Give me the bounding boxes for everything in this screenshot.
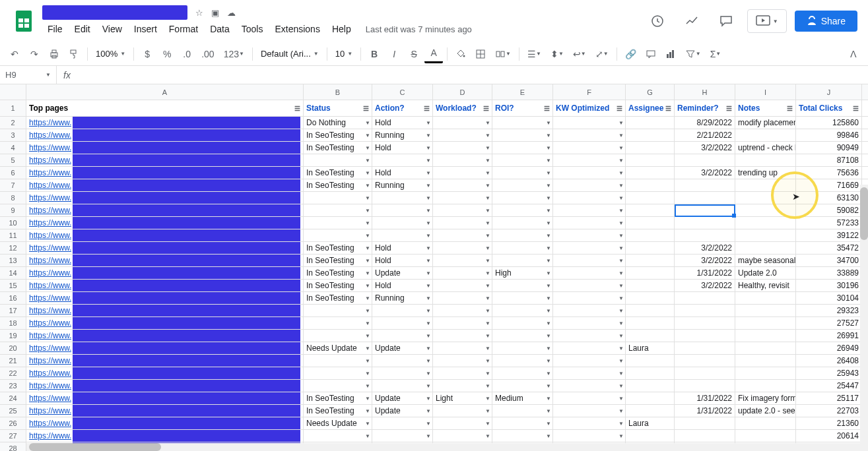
cell[interactable]: ▼ (492, 142, 553, 154)
cell[interactable]: ▼ (492, 167, 553, 179)
cell[interactable] (735, 217, 796, 229)
data-validation-arrow-icon[interactable]: ▼ (546, 383, 551, 389)
data-validation-arrow-icon[interactable]: ▼ (618, 195, 624, 201)
cell[interactable]: https://www. (26, 154, 304, 166)
select-all-corner[interactable] (0, 84, 26, 100)
data-validation-arrow-icon[interactable]: ▼ (618, 433, 624, 439)
cell[interactable]: Needs Update▼ (304, 342, 372, 354)
cell[interactable]: ▼ (433, 430, 492, 442)
cell[interactable]: 35472 (796, 242, 862, 254)
italic-button[interactable]: I (385, 45, 403, 63)
filter-icon[interactable]: ☰ (483, 105, 489, 112)
data-validation-arrow-icon[interactable]: ▼ (546, 133, 551, 138)
cell[interactable]: Hold▼ (372, 142, 433, 154)
cell[interactable]: 3/2/2022 (675, 255, 735, 266)
cell[interactable]: Laura (626, 342, 675, 354)
text-color-button[interactable]: A (424, 45, 443, 63)
data-validation-arrow-icon[interactable]: ▼ (365, 396, 370, 402)
data-validation-arrow-icon[interactable]: ▼ (618, 358, 624, 364)
undo-button[interactable]: ↶ (5, 45, 24, 63)
data-validation-arrow-icon[interactable]: ▼ (618, 408, 624, 414)
data-validation-arrow-icon[interactable]: ▼ (546, 233, 551, 239)
cell[interactable] (626, 142, 675, 154)
cell[interactable]: ▼ (304, 330, 372, 342)
cell[interactable]: 34700 (796, 255, 862, 266)
insert-comment-button[interactable] (642, 45, 660, 63)
data-validation-arrow-icon[interactable]: ▼ (485, 346, 490, 351)
cell[interactable]: In SeoTesting▼ (304, 267, 372, 279)
data-validation-arrow-icon[interactable]: ▼ (546, 270, 551, 276)
cell[interactable]: 22703 (796, 405, 862, 417)
data-validation-arrow-icon[interactable]: ▼ (618, 258, 624, 264)
header-reminder[interactable]: Reminder?☰ (675, 100, 735, 116)
cell[interactable] (675, 154, 735, 166)
cell[interactable]: ▼ (492, 129, 553, 141)
cell[interactable]: https://www. (26, 317, 304, 329)
cell[interactable]: Hold▼ (372, 255, 433, 266)
col-header-F[interactable]: F (553, 84, 626, 100)
cell[interactable]: https://www. (26, 117, 304, 129)
cell[interactable]: ▼ (492, 154, 553, 166)
cell[interactable]: ▼ (433, 204, 492, 216)
cell[interactable]: ▼ (372, 154, 433, 166)
document-title-redacted[interactable] (42, 5, 187, 20)
data-validation-arrow-icon[interactable]: ▼ (618, 396, 624, 402)
cell[interactable]: ▼ (492, 255, 553, 266)
print-button[interactable] (45, 45, 63, 63)
cell[interactable] (675, 355, 735, 367)
data-validation-arrow-icon[interactable]: ▼ (365, 433, 370, 439)
cell[interactable]: Healthy, revisit (735, 280, 796, 291)
data-validation-arrow-icon[interactable]: ▼ (365, 371, 370, 376)
menu-tools[interactable]: Tools (236, 21, 269, 37)
fill-color-button[interactable] (451, 45, 470, 63)
data-validation-arrow-icon[interactable]: ▼ (546, 145, 551, 151)
data-validation-arrow-icon[interactable]: ▼ (365, 195, 370, 201)
data-validation-arrow-icon[interactable]: ▼ (485, 183, 490, 189)
cell[interactable]: ▼ (372, 217, 433, 229)
data-validation-arrow-icon[interactable]: ▼ (426, 346, 431, 351)
cell[interactable]: ▼ (553, 392, 626, 404)
cell[interactable]: https://www. (26, 355, 304, 367)
cell[interactable] (675, 292, 735, 304)
filter-icon[interactable]: ☰ (726, 105, 732, 112)
row-header[interactable]: 7 (0, 179, 26, 192)
cell[interactable]: ▼ (433, 154, 492, 166)
cell[interactable]: 20614 (796, 430, 862, 442)
cell[interactable]: Running▼ (372, 129, 433, 141)
menu-insert[interactable]: Insert (129, 21, 162, 37)
decrease-decimal-button[interactable]: .0 (178, 45, 196, 63)
cell[interactable]: ▼ (433, 367, 492, 379)
cell[interactable]: ▼ (372, 317, 433, 329)
cell[interactable] (675, 179, 735, 191)
formula-input[interactable] (77, 66, 868, 84)
data-validation-arrow-icon[interactable]: ▼ (546, 308, 551, 314)
cell[interactable]: ▼ (492, 405, 553, 417)
cell[interactable]: ▼ (553, 405, 626, 417)
cell[interactable]: ▼ (433, 267, 492, 279)
collapse-toolbar-button[interactable]: ᐱ (844, 45, 863, 63)
cell[interactable]: In SeoTesting▼ (304, 167, 372, 179)
cell[interactable]: https://www. (26, 267, 304, 279)
data-validation-arrow-icon[interactable]: ▼ (365, 120, 370, 126)
data-validation-arrow-icon[interactable]: ▼ (485, 408, 490, 414)
cell[interactable]: Running▼ (372, 292, 433, 304)
data-validation-arrow-icon[interactable]: ▼ (426, 308, 431, 314)
cell[interactable]: 3/2/2022 (675, 167, 735, 179)
data-validation-arrow-icon[interactable]: ▼ (426, 208, 431, 214)
cell[interactable]: ▼ (553, 330, 626, 342)
cell[interactable]: ▼ (433, 342, 492, 354)
horizontal-scrollbar[interactable] (26, 443, 860, 451)
data-validation-arrow-icon[interactable]: ▼ (426, 333, 431, 339)
data-validation-arrow-icon[interactable]: ▼ (426, 245, 431, 251)
data-validation-arrow-icon[interactable]: ▼ (485, 320, 490, 326)
cell[interactable]: 26408 (796, 355, 862, 367)
filter-icon[interactable]: ☰ (617, 105, 622, 112)
cell[interactable]: ▼ (433, 117, 492, 129)
cell[interactable]: ▼ (433, 229, 492, 241)
cell[interactable]: ▼ (304, 154, 372, 166)
data-validation-arrow-icon[interactable]: ▼ (485, 283, 490, 289)
data-validation-arrow-icon[interactable]: ▼ (485, 120, 490, 126)
cell[interactable]: ▼ (553, 117, 626, 129)
row-header[interactable]: 14 (0, 267, 26, 280)
cell[interactable] (626, 367, 675, 379)
